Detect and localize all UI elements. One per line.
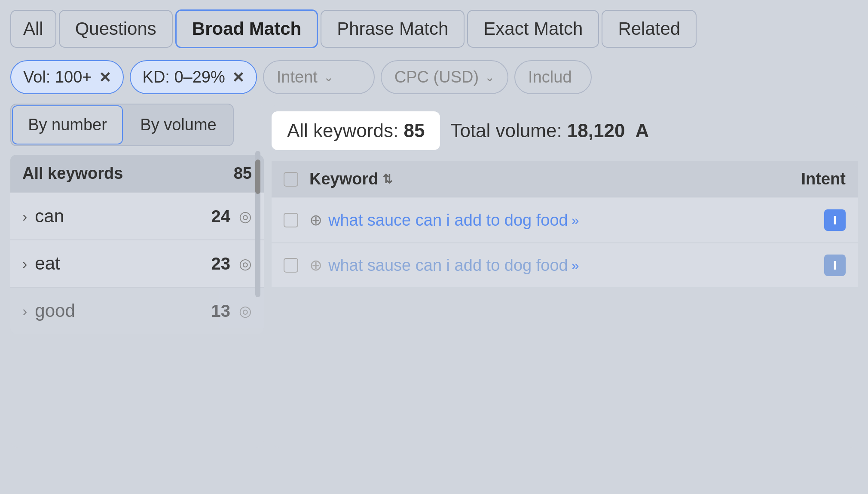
row-intent-cell: I: [751, 209, 846, 231]
group-word: good: [35, 301, 75, 321]
keyword-list-header: All keywords 85: [10, 155, 264, 192]
group-word: eat: [35, 253, 60, 274]
intent-dropdown-label: Intent: [277, 68, 318, 86]
total-volume-stat: Total volume: 18,120: [450, 120, 625, 141]
all-keywords-stat-label: All keywords:: [287, 120, 398, 141]
intent-badge: I: [824, 209, 846, 231]
cpc-dropdown-label: CPC (USD): [394, 68, 479, 86]
row-keyword-cell: ⊕ what sause can i add to dog food »: [309, 256, 751, 275]
tab-related[interactable]: Related: [602, 10, 697, 48]
row-intent-cell: I: [751, 255, 846, 276]
extra-stat: A: [635, 120, 649, 141]
select-all-checkbox[interactable]: [284, 172, 298, 187]
toggle-by-number[interactable]: By number: [12, 105, 123, 144]
cpc-chevron-icon: ⌄: [485, 70, 495, 84]
sort-icon[interactable]: ⇅: [382, 172, 392, 186]
vol-filter-chip[interactable]: Vol: 100+ ✕: [10, 60, 124, 94]
table-row[interactable]: ⊕ what sause can i add to dog food » I: [272, 243, 858, 287]
stats-area: All keywords: 85 Total volume: 18,120 A: [272, 104, 858, 154]
all-keywords-group-count: 85: [234, 164, 252, 183]
toggle-group: By number By volume: [10, 104, 234, 146]
keyword-group-list: All keywords 85 › can 24 ◎ › eat: [10, 155, 264, 334]
table-row[interactable]: ⊕ what sauce can i add to dog food » I: [272, 198, 858, 242]
keyword-arrows-icon: »: [572, 212, 579, 228]
keyword-arrows-icon: »: [572, 258, 579, 273]
extra-stat-value: A: [635, 120, 649, 141]
eye-icon[interactable]: ◎: [239, 302, 252, 319]
intent-badge: I: [824, 255, 846, 276]
keyword-col-label: Keyword: [309, 170, 378, 188]
expand-icon: ›: [22, 208, 27, 225]
kd-filter-close[interactable]: ✕: [232, 70, 244, 85]
tab-broad-match[interactable]: Broad Match: [175, 9, 318, 48]
total-volume-label: Total volume:: [450, 120, 562, 141]
scrollbar-track[interactable]: [255, 151, 260, 297]
keyword-column-header: Keyword ⇅: [309, 170, 751, 188]
include-dropdown-label: Includ: [528, 68, 572, 86]
include-dropdown[interactable]: Includ: [514, 60, 592, 94]
cpc-dropdown[interactable]: CPC (USD) ⌄: [381, 60, 508, 94]
row-checkbox-cell: [284, 258, 309, 273]
all-keywords-stat-count: 85: [403, 120, 425, 141]
right-panel: All keywords: 85 Total volume: 18,120 A …: [272, 104, 858, 448]
group-count: 23: [211, 254, 231, 273]
tab-all[interactable]: All: [10, 10, 56, 48]
row-keyword-cell: ⊕ what sauce can i add to dog food »: [309, 211, 751, 230]
expand-icon: ›: [22, 255, 27, 272]
all-keywords-group-label: All keywords: [22, 164, 123, 183]
intent-chevron-icon: ⌄: [324, 70, 333, 84]
list-item[interactable]: › can 24 ◎: [10, 193, 264, 239]
list-item[interactable]: › eat 23 ◎: [10, 240, 264, 287]
add-keyword-icon[interactable]: ⊕: [309, 256, 322, 274]
all-keywords-stat: All keywords: 85: [272, 111, 440, 150]
list-item[interactable]: › good 13 ◎: [10, 288, 264, 334]
eye-icon[interactable]: ◎: [239, 255, 252, 272]
left-panel: By number By volume All keywords 85 › ca…: [10, 104, 264, 448]
group-word: can: [35, 206, 64, 227]
scrollbar-thumb[interactable]: [255, 160, 260, 194]
kd-filter-chip[interactable]: KD: 0–29% ✕: [130, 60, 257, 94]
tab-exact-match[interactable]: Exact Match: [467, 10, 599, 48]
group-count: 13: [211, 301, 231, 321]
eye-icon[interactable]: ◎: [239, 208, 252, 225]
expand-icon: ›: [22, 303, 27, 319]
total-volume-value: 18,120: [567, 120, 625, 141]
table-header: Keyword ⇅ Intent: [272, 161, 858, 197]
intent-col-label: Intent: [801, 170, 846, 188]
keyword-text: what sauce can i add to dog food: [328, 211, 568, 230]
add-keyword-icon[interactable]: ⊕: [309, 211, 322, 229]
keyword-text: what sause can i add to dog food: [328, 256, 568, 275]
row-checkbox[interactable]: [284, 258, 298, 273]
keyword-link[interactable]: what sause can i add to dog food »: [328, 256, 579, 275]
intent-column-header: Intent: [751, 170, 846, 188]
tab-questions[interactable]: Questions: [59, 10, 173, 48]
vol-filter-label: Vol: 100+: [23, 68, 92, 86]
group-count: 24: [211, 207, 231, 226]
row-checkbox[interactable]: [284, 213, 298, 227]
vol-filter-close[interactable]: ✕: [99, 70, 111, 85]
header-checkbox-cell: [284, 172, 309, 187]
tab-phrase-match[interactable]: Phrase Match: [321, 10, 465, 48]
kd-filter-label: KD: 0–29%: [143, 68, 225, 86]
keyword-link[interactable]: what sauce can i add to dog food »: [328, 211, 579, 230]
row-checkbox-cell: [284, 213, 309, 227]
intent-dropdown[interactable]: Intent ⌄: [263, 60, 375, 94]
toggle-by-volume[interactable]: By volume: [124, 104, 233, 145]
